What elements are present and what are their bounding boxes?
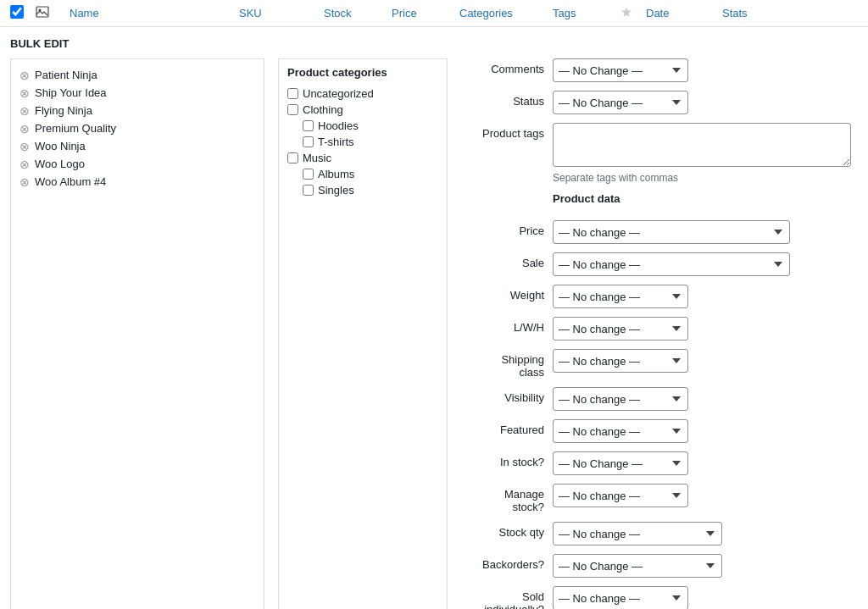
category-item-hoodies[interactable]: Hoodies <box>303 118 438 134</box>
category-item-uncategorized[interactable]: Uncategorized <box>287 86 438 102</box>
category-item-music[interactable]: Music <box>287 150 438 166</box>
sold-individually-row: Sold individually? — No change — <box>468 586 851 609</box>
category-label: Singles <box>318 184 354 197</box>
comments-select[interactable]: — No Change — <box>553 58 688 82</box>
manage-stock-label-line2: stock? <box>512 501 544 513</box>
sold-individually-select[interactable]: — No change — <box>553 586 688 609</box>
category-label: Clothing <box>303 103 343 116</box>
product-name: Patient Ninja <box>35 69 97 81</box>
categories-col-header[interactable]: Categories <box>459 7 553 19</box>
name-col-header[interactable]: Name <box>70 7 239 19</box>
category-checkbox-singles[interactable] <box>303 185 314 196</box>
remove-icon[interactable]: ⊗ <box>19 69 30 81</box>
lwh-control: — No change — <box>553 317 851 340</box>
stats-col-header[interactable]: Stats <box>722 7 773 19</box>
remove-icon[interactable]: ⊗ <box>19 158 30 170</box>
stock-qty-select[interactable]: — No change — <box>553 522 722 545</box>
manage-stock-select[interactable]: — No change — <box>553 484 688 507</box>
table-header: Name SKU Stock Price Categories Tags Dat… <box>0 0 868 27</box>
price-col-header[interactable]: Price <box>392 7 459 19</box>
price-row: Price — No change — <box>468 220 851 244</box>
sku-col-header[interactable]: SKU <box>239 7 324 19</box>
in-stock-control: — No Change — <box>553 451 851 475</box>
category-label: T-shirts <box>318 136 354 148</box>
visibility-select[interactable]: — No change — <box>553 387 688 411</box>
category-item-clothing[interactable]: Clothing <box>287 102 438 118</box>
category-checkbox-music[interactable] <box>287 152 298 163</box>
status-label: Status <box>468 91 544 108</box>
category-item-albums[interactable]: Albums <box>303 166 438 182</box>
visibility-control: — No change — <box>553 387 851 411</box>
in-stock-select[interactable]: — No Change — <box>553 451 688 475</box>
manage-stock-control: — No change — <box>553 484 851 507</box>
list-item[interactable]: ⊗ Woo Album #4 <box>19 173 255 191</box>
stock-qty-row: Stock qty — No change — <box>468 522 851 545</box>
category-checkbox-tshirts[interactable] <box>303 136 314 147</box>
list-item[interactable]: ⊗ Flying Ninja <box>19 102 255 119</box>
svg-rect-0 <box>36 7 48 17</box>
select-all-checkbox[interactable] <box>10 5 24 19</box>
remove-icon[interactable]: ⊗ <box>19 87 30 99</box>
sale-control: — No change — <box>553 252 851 276</box>
weight-control: — No change — <box>553 285 851 308</box>
product-name: Flying Ninja <box>35 104 92 117</box>
tags-col-header[interactable]: Tags <box>553 7 620 19</box>
product-name: Woo Logo <box>35 158 85 170</box>
product-tags-label: Product tags <box>468 123 544 140</box>
product-data-section-row: Product data <box>468 192 851 212</box>
list-item[interactable]: ⊗ Ship Your Idea <box>19 84 255 102</box>
date-col-header[interactable]: Date <box>646 7 722 19</box>
category-label: Music <box>303 152 331 164</box>
featured-select[interactable]: — No change — <box>553 419 688 443</box>
sold-individually-label-line2: individually? <box>484 603 544 609</box>
price-label: Price <box>468 220 544 237</box>
sold-individually-label: Sold individually? <box>468 586 544 609</box>
list-item[interactable]: ⊗ Premium Quality <box>19 119 255 137</box>
shipping-class-select[interactable]: — No change — <box>553 349 688 373</box>
weight-row: Weight — No change — <box>468 285 851 308</box>
shipping-class-label: Shipping class <box>468 349 544 379</box>
in-stock-label: In stock? <box>468 451 544 468</box>
manage-stock-label: Manage stock? <box>468 484 544 513</box>
sold-individually-label-line1: Sold <box>522 590 544 603</box>
list-item[interactable]: ⊗ Woo Ninja <box>19 137 255 155</box>
category-checkbox-clothing[interactable] <box>287 104 298 115</box>
category-item-singles[interactable]: Singles <box>303 182 438 198</box>
featured-label: Featured <box>468 419 544 436</box>
product-tags-control: Separate tags with commas <box>553 123 851 184</box>
price-select[interactable]: — No change — <box>553 220 790 244</box>
product-tags-textarea[interactable] <box>553 123 851 167</box>
remove-icon[interactable]: ⊗ <box>19 123 30 135</box>
star-col-header <box>620 6 646 20</box>
category-item-tshirts[interactable]: T-shirts <box>303 134 438 150</box>
backorders-select[interactable]: — No Change — <box>553 554 722 578</box>
stock-qty-label: Stock qty <box>468 522 544 539</box>
tags-hint: Separate tags with commas <box>553 172 851 184</box>
status-row: Status — No Change — <box>468 91 851 114</box>
status-select[interactable]: — No Change — <box>553 91 688 114</box>
product-list: ⊗ Patient Ninja ⊗ Ship Your Idea ⊗ Flyin… <box>10 58 264 609</box>
status-control: — No Change — <box>553 91 851 114</box>
lwh-select[interactable]: — No change — <box>553 317 688 340</box>
sale-label: Sale <box>468 252 544 269</box>
remove-icon[interactable]: ⊗ <box>19 105 30 117</box>
product-data-heading: Product data <box>553 192 851 205</box>
product-tags-row: Product tags Separate tags with commas <box>468 123 851 184</box>
stock-col-header[interactable]: Stock <box>324 7 392 19</box>
select-all-checkbox-cell[interactable] <box>10 5 36 21</box>
list-item[interactable]: ⊗ Woo Logo <box>19 155 255 173</box>
remove-icon[interactable]: ⊗ <box>19 176 30 188</box>
list-item[interactable]: ⊗ Patient Ninja <box>19 66 255 84</box>
shipping-class-control: — No change — <box>553 349 851 373</box>
category-label: Albums <box>318 168 354 180</box>
stock-qty-control: — No change — <box>553 522 851 545</box>
product-name: Ship Your Idea <box>35 86 107 99</box>
manage-stock-row: Manage stock? — No change — <box>468 484 851 513</box>
sale-select[interactable]: — No change — <box>553 252 790 276</box>
category-checkbox-albums[interactable] <box>303 169 314 180</box>
category-checkbox-uncategorized[interactable] <box>287 88 298 99</box>
sold-individually-control: — No change — <box>553 586 851 609</box>
weight-select[interactable]: — No change — <box>553 285 688 308</box>
remove-icon[interactable]: ⊗ <box>19 141 30 152</box>
category-checkbox-hoodies[interactable] <box>303 120 314 131</box>
